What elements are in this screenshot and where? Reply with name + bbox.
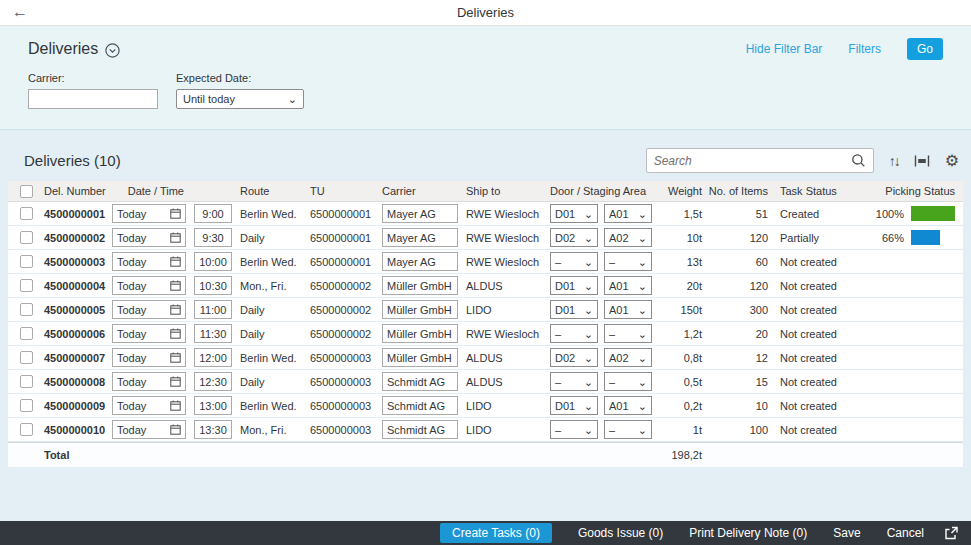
col-carrier[interactable]: Carrier <box>382 185 466 197</box>
time-input[interactable]: 11:30 <box>194 324 232 343</box>
carrier-filter-input[interactable] <box>28 89 158 109</box>
row-checkbox[interactable] <box>20 399 33 412</box>
calendar-icon[interactable] <box>170 352 181 363</box>
carrier-input[interactable]: Müller GmbH <box>382 348 458 367</box>
save-button[interactable]: Save <box>833 526 860 540</box>
door-select[interactable]: –⌄ <box>550 420 598 439</box>
create-tasks-button[interactable]: Create Tasks (0) <box>440 523 552 543</box>
calendar-icon[interactable] <box>170 232 181 243</box>
calendar-icon[interactable] <box>170 256 181 267</box>
staging-area-select[interactable]: A01⌄ <box>604 300 652 319</box>
date-input[interactable]: Today <box>112 348 186 367</box>
row-checkbox[interactable] <box>20 327 33 340</box>
time-input[interactable]: 10:30 <box>194 276 232 295</box>
carrier-input[interactable]: Schmidt AG <box>382 420 458 439</box>
row-checkbox[interactable] <box>20 375 33 388</box>
select-all-checkbox[interactable] <box>20 185 33 198</box>
row-checkbox[interactable] <box>20 207 33 220</box>
col-date-time[interactable]: Date / Time <box>112 185 194 197</box>
print-delivery-note-button[interactable]: Print Delivery Note (0) <box>689 526 807 540</box>
time-input[interactable]: 9:00 <box>194 204 232 223</box>
goods-issue-button[interactable]: Goods Issue (0) <box>578 526 663 540</box>
share-icon[interactable] <box>944 526 959 540</box>
staging-area-select[interactable]: –⌄ <box>604 324 652 343</box>
variant-selector[interactable]: Deliveries <box>28 40 120 58</box>
carrier-input[interactable]: Müller GmbH <box>382 276 458 295</box>
calendar-icon[interactable] <box>170 376 181 387</box>
time-input[interactable]: 12:00 <box>194 348 232 367</box>
date-input[interactable]: Today <box>112 324 186 343</box>
time-input[interactable]: 10:00 <box>194 252 232 271</box>
calendar-icon[interactable] <box>170 400 181 411</box>
go-button[interactable]: Go <box>907 38 943 60</box>
date-input[interactable]: Today <box>112 300 186 319</box>
staging-area-select[interactable]: A02⌄ <box>604 348 652 367</box>
back-icon[interactable]: ← <box>12 2 28 22</box>
chevron-down-circle-icon[interactable] <box>105 43 120 58</box>
door-select[interactable]: –⌄ <box>550 324 598 343</box>
staging-area-select[interactable]: A01⌄ <box>604 204 652 223</box>
filters-link[interactable]: Filters <box>848 42 881 56</box>
search-input[interactable] <box>647 154 849 168</box>
staging-area-select[interactable]: A01⌄ <box>604 276 652 295</box>
door-select[interactable]: D01⌄ <box>550 204 598 223</box>
calendar-icon[interactable] <box>170 304 181 315</box>
row-checkbox[interactable] <box>20 303 33 316</box>
date-input[interactable]: Today <box>112 228 186 247</box>
col-ship-to[interactable]: Ship to <box>466 185 550 197</box>
row-checkbox[interactable] <box>20 231 33 244</box>
date-input[interactable]: Today <box>112 396 186 415</box>
row-checkbox[interactable] <box>20 351 33 364</box>
col-door-staging-area[interactable]: Door / Staging Area <box>550 185 658 197</box>
staging-area-select[interactable]: A01⌄ <box>604 396 652 415</box>
carrier-input[interactable]: Schmidt AG <box>382 396 458 415</box>
expected-date-select[interactable]: Until today ⌄ <box>176 89 304 109</box>
staging-area-select[interactable]: A02⌄ <box>604 228 652 247</box>
calendar-icon[interactable] <box>170 208 181 219</box>
hide-filter-bar-link[interactable]: Hide Filter Bar <box>746 42 823 56</box>
date-input[interactable]: Today <box>112 204 186 223</box>
col-no-of-items[interactable]: No. of Items <box>706 185 772 197</box>
search-icon[interactable] <box>849 153 873 168</box>
group-icon[interactable] <box>914 155 930 167</box>
col-del-number[interactable]: Del. Number <box>44 185 112 197</box>
row-checkbox[interactable] <box>20 255 33 268</box>
sort-icon[interactable]: ↑↓ <box>889 153 899 169</box>
door-select[interactable]: D02⌄ <box>550 348 598 367</box>
date-input[interactable]: Today <box>112 372 186 391</box>
date-input[interactable]: Today <box>112 420 186 439</box>
row-checkbox[interactable] <box>20 423 33 436</box>
date-input[interactable]: Today <box>112 252 186 271</box>
col-weight[interactable]: Weight <box>658 185 706 197</box>
date-input[interactable]: Today <box>112 276 186 295</box>
col-picking-status[interactable]: Picking Status <box>864 185 963 197</box>
door-select[interactable]: D01⌄ <box>550 396 598 415</box>
carrier-input[interactable]: Mayer AG <box>382 204 458 223</box>
door-select[interactable]: D01⌄ <box>550 300 598 319</box>
door-select[interactable]: D01⌄ <box>550 276 598 295</box>
carrier-input[interactable]: Müller GmbH <box>382 324 458 343</box>
carrier-input[interactable]: Schmidt AG <box>382 372 458 391</box>
calendar-icon[interactable] <box>170 424 181 435</box>
staging-area-select[interactable]: –⌄ <box>604 372 652 391</box>
col-task-status[interactable]: Task Status <box>772 185 864 197</box>
time-input[interactable]: 13:30 <box>194 420 232 439</box>
staging-area-select[interactable]: –⌄ <box>604 252 652 271</box>
carrier-input[interactable]: Mayer AG <box>382 228 458 247</box>
col-route[interactable]: Route <box>240 185 310 197</box>
door-select[interactable]: –⌄ <box>550 372 598 391</box>
time-input[interactable]: 12:30 <box>194 372 232 391</box>
settings-gear-icon[interactable]: ⚙ <box>945 153 959 169</box>
calendar-icon[interactable] <box>170 280 181 291</box>
time-input[interactable]: 11:00 <box>194 300 232 319</box>
time-input[interactable]: 9:30 <box>194 228 232 247</box>
row-checkbox[interactable] <box>20 279 33 292</box>
search-box[interactable] <box>646 148 874 173</box>
door-select[interactable]: D02⌄ <box>550 228 598 247</box>
cancel-button[interactable]: Cancel <box>887 526 924 540</box>
calendar-icon[interactable] <box>170 328 181 339</box>
col-tu[interactable]: TU <box>310 185 382 197</box>
carrier-input[interactable]: Müller GmbH <box>382 300 458 319</box>
staging-area-select[interactable]: –⌄ <box>604 420 652 439</box>
door-select[interactable]: –⌄ <box>550 252 598 271</box>
